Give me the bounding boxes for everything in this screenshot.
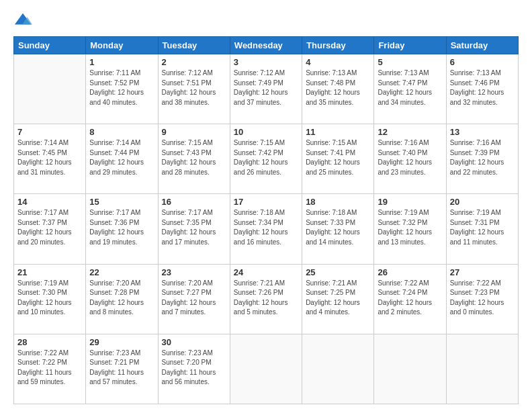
week-row-4: 21Sunrise: 7:19 AM Sunset: 7:30 PM Dayli… [14,264,519,334]
day-info: Sunrise: 7:13 AM Sunset: 7:48 PM Dayligh… [306,68,370,107]
day-number: 18 [306,197,370,207]
day-info: Sunrise: 7:19 AM Sunset: 7:30 PM Dayligh… [17,279,82,318]
day-info: Sunrise: 7:15 AM Sunset: 7:43 PM Dayligh… [162,138,226,177]
col-header-tuesday: Tuesday [158,37,230,54]
day-number: 7 [17,127,82,137]
day-number: 15 [89,197,154,207]
day-info: Sunrise: 7:19 AM Sunset: 7:32 PM Dayligh… [378,208,442,247]
day-info: Sunrise: 7:15 AM Sunset: 7:42 PM Dayligh… [234,138,298,177]
day-number: 6 [450,57,515,67]
calendar-cell-1-5: 4Sunrise: 7:13 AM Sunset: 7:48 PM Daylig… [302,54,374,124]
day-info: Sunrise: 7:22 AM Sunset: 7:23 PM Dayligh… [450,279,515,318]
day-info: Sunrise: 7:18 AM Sunset: 7:34 PM Dayligh… [234,208,298,247]
header [13,11,519,30]
page: SundayMondayTuesdayWednesdayThursdayFrid… [0,0,532,411]
day-number: 9 [162,127,226,137]
calendar-cell-2-3: 9Sunrise: 7:15 AM Sunset: 7:43 PM Daylig… [158,124,230,194]
calendar-cell-5-7 [446,334,518,404]
calendar-cell-2-7: 13Sunrise: 7:16 AM Sunset: 7:39 PM Dayli… [446,124,518,194]
day-number: 24 [234,267,298,277]
day-info: Sunrise: 7:16 AM Sunset: 7:39 PM Dayligh… [450,138,515,177]
calendar-cell-4-2: 22Sunrise: 7:20 AM Sunset: 7:28 PM Dayli… [86,264,158,334]
calendar-cell-5-3: 30Sunrise: 7:23 AM Sunset: 7:20 PM Dayli… [158,334,230,404]
day-info: Sunrise: 7:13 AM Sunset: 7:47 PM Dayligh… [378,68,442,107]
day-number: 16 [162,197,226,207]
day-number: 19 [378,197,442,207]
calendar-cell-5-6 [374,334,446,404]
calendar-cell-1-1 [14,54,86,124]
day-info: Sunrise: 7:14 AM Sunset: 7:44 PM Dayligh… [89,138,154,177]
day-info: Sunrise: 7:22 AM Sunset: 7:22 PM Dayligh… [17,349,82,387]
day-number: 20 [450,197,515,207]
col-header-monday: Monday [86,37,158,54]
calendar-cell-5-5 [302,334,374,404]
day-number: 25 [306,267,370,277]
day-number: 5 [378,57,442,67]
col-header-friday: Friday [374,37,446,54]
calendar-cell-2-4: 10Sunrise: 7:15 AM Sunset: 7:42 PM Dayli… [230,124,302,194]
calendar-cell-1-6: 5Sunrise: 7:13 AM Sunset: 7:47 PM Daylig… [374,54,446,124]
day-number: 14 [17,197,82,207]
day-info: Sunrise: 7:17 AM Sunset: 7:35 PM Dayligh… [162,208,226,247]
day-number: 26 [378,267,442,277]
day-info: Sunrise: 7:13 AM Sunset: 7:46 PM Dayligh… [450,68,515,107]
calendar-cell-1-3: 2Sunrise: 7:12 AM Sunset: 7:51 PM Daylig… [158,54,230,124]
logo [13,11,35,30]
calendar-cell-4-7: 27Sunrise: 7:22 AM Sunset: 7:23 PM Dayli… [446,264,518,334]
day-number: 12 [378,127,442,137]
week-row-3: 14Sunrise: 7:17 AM Sunset: 7:37 PM Dayli… [14,194,519,264]
week-row-2: 7Sunrise: 7:14 AM Sunset: 7:45 PM Daylig… [14,124,519,194]
day-number: 4 [306,57,370,67]
calendar-cell-5-4 [230,334,302,404]
calendar-cell-4-6: 26Sunrise: 7:22 AM Sunset: 7:24 PM Dayli… [374,264,446,334]
calendar-cell-3-7: 20Sunrise: 7:19 AM Sunset: 7:31 PM Dayli… [446,194,518,264]
day-info: Sunrise: 7:23 AM Sunset: 7:20 PM Dayligh… [162,349,226,387]
calendar-table: SundayMondayTuesdayWednesdayThursdayFrid… [13,36,519,404]
day-info: Sunrise: 7:22 AM Sunset: 7:24 PM Dayligh… [378,279,442,318]
day-info: Sunrise: 7:20 AM Sunset: 7:28 PM Dayligh… [89,279,154,318]
week-row-5: 28Sunrise: 7:22 AM Sunset: 7:22 PM Dayli… [14,334,519,404]
day-number: 28 [17,337,82,347]
calendar-cell-1-7: 6Sunrise: 7:13 AM Sunset: 7:46 PM Daylig… [446,54,518,124]
day-number: 17 [234,197,298,207]
day-number: 8 [89,127,154,137]
day-info: Sunrise: 7:12 AM Sunset: 7:49 PM Dayligh… [234,68,298,107]
calendar-cell-3-2: 15Sunrise: 7:17 AM Sunset: 7:36 PM Dayli… [86,194,158,264]
calendar-cell-3-3: 16Sunrise: 7:17 AM Sunset: 7:35 PM Dayli… [158,194,230,264]
day-info: Sunrise: 7:15 AM Sunset: 7:41 PM Dayligh… [306,138,370,177]
calendar-cell-2-6: 12Sunrise: 7:16 AM Sunset: 7:40 PM Dayli… [374,124,446,194]
day-number: 11 [306,127,370,137]
logo-icon [13,11,32,30]
calendar-header-row: SundayMondayTuesdayWednesdayThursdayFrid… [14,37,519,54]
col-header-saturday: Saturday [446,37,518,54]
day-info: Sunrise: 7:18 AM Sunset: 7:33 PM Dayligh… [306,208,370,247]
calendar-cell-2-1: 7Sunrise: 7:14 AM Sunset: 7:45 PM Daylig… [14,124,86,194]
day-number: 22 [89,267,154,277]
day-number: 23 [162,267,226,277]
day-number: 3 [234,57,298,67]
calendar-cell-2-2: 8Sunrise: 7:14 AM Sunset: 7:44 PM Daylig… [86,124,158,194]
day-number: 27 [450,267,515,277]
calendar-cell-3-4: 17Sunrise: 7:18 AM Sunset: 7:34 PM Dayli… [230,194,302,264]
calendar-cell-4-4: 24Sunrise: 7:21 AM Sunset: 7:26 PM Dayli… [230,264,302,334]
col-header-sunday: Sunday [14,37,86,54]
day-number: 2 [162,57,226,67]
day-info: Sunrise: 7:21 AM Sunset: 7:25 PM Dayligh… [306,279,370,318]
col-header-thursday: Thursday [302,37,374,54]
week-row-1: 1Sunrise: 7:11 AM Sunset: 7:52 PM Daylig… [14,54,519,124]
calendar-cell-1-4: 3Sunrise: 7:12 AM Sunset: 7:49 PM Daylig… [230,54,302,124]
calendar-cell-3-5: 18Sunrise: 7:18 AM Sunset: 7:33 PM Dayli… [302,194,374,264]
day-info: Sunrise: 7:23 AM Sunset: 7:21 PM Dayligh… [89,349,154,387]
day-info: Sunrise: 7:17 AM Sunset: 7:36 PM Dayligh… [89,208,154,247]
calendar-cell-5-2: 29Sunrise: 7:23 AM Sunset: 7:21 PM Dayli… [86,334,158,404]
calendar-cell-3-6: 19Sunrise: 7:19 AM Sunset: 7:32 PM Dayli… [374,194,446,264]
day-info: Sunrise: 7:17 AM Sunset: 7:37 PM Dayligh… [17,208,82,247]
day-info: Sunrise: 7:11 AM Sunset: 7:52 PM Dayligh… [89,68,154,107]
calendar-cell-5-1: 28Sunrise: 7:22 AM Sunset: 7:22 PM Dayli… [14,334,86,404]
calendar-cell-4-5: 25Sunrise: 7:21 AM Sunset: 7:25 PM Dayli… [302,264,374,334]
calendar-cell-4-3: 23Sunrise: 7:20 AM Sunset: 7:27 PM Dayli… [158,264,230,334]
day-info: Sunrise: 7:12 AM Sunset: 7:51 PM Dayligh… [162,68,226,107]
day-number: 30 [162,337,226,347]
day-number: 13 [450,127,515,137]
day-info: Sunrise: 7:16 AM Sunset: 7:40 PM Dayligh… [378,138,442,177]
